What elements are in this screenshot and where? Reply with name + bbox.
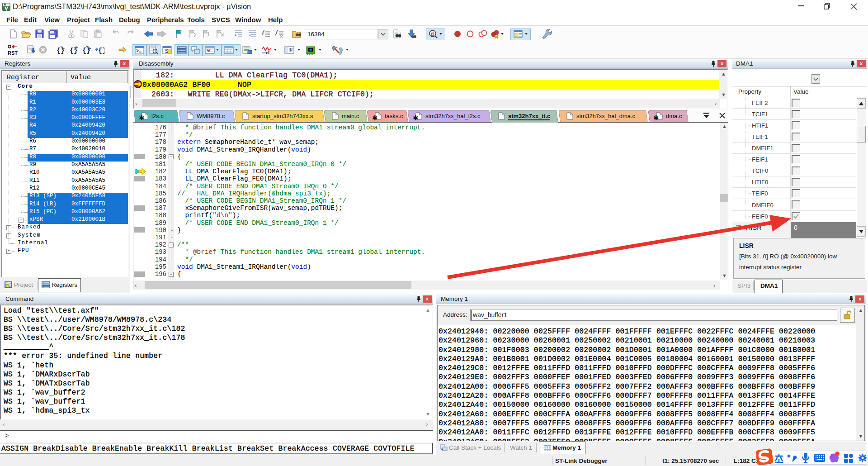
svg-text:S: S	[165, 48, 169, 54]
svg-text:d: d	[431, 31, 434, 37]
svg-text:t: t	[268, 50, 270, 55]
svg-text:{}: {}	[98, 47, 104, 54]
svg-text:{}: {}	[70, 47, 78, 54]
svg-text:RST: RST	[8, 50, 18, 56]
